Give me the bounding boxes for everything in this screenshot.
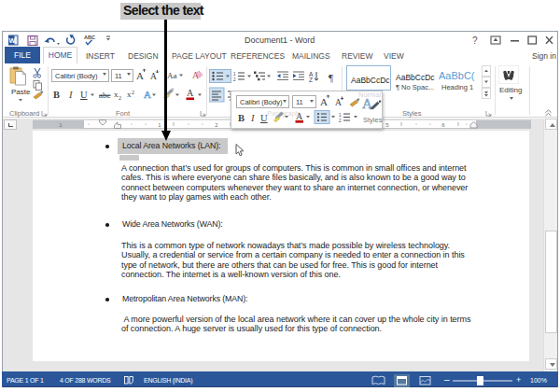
- svg-text:B: B: [238, 113, 245, 123]
- svg-text:I: I: [250, 113, 255, 123]
- svg-text:1: 1: [339, 113, 342, 118]
- svg-text:A: A: [320, 96, 328, 107]
- svg-text:A: A: [335, 98, 342, 107]
- svg-text:2: 2: [339, 119, 342, 123]
